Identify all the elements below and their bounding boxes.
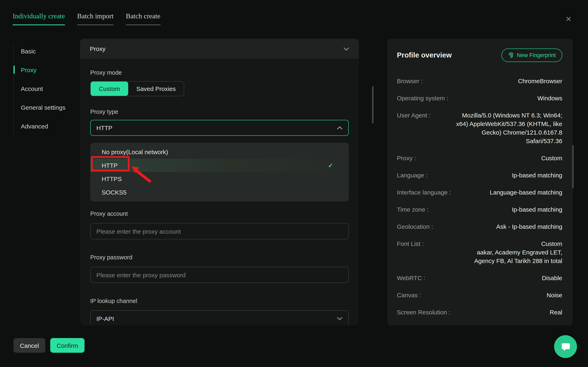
settings-sidebar: Basic Proxy Account General settings Adv…: [13, 42, 79, 135]
ip-lookup-channel-select[interactable]: IP-API: [90, 310, 349, 325]
overview-label: Geolocation :: [397, 222, 433, 231]
sidebar-item-advanced[interactable]: Advanced: [13, 117, 79, 135]
profile-overview-header: Profile overview New Fingerprint: [397, 49, 562, 62]
proxy-mode-saved-proxies-button[interactable]: Saved Proxies: [128, 82, 184, 96]
dropdown-option-http[interactable]: HTTP ✓: [90, 159, 349, 172]
proxy-mode-custom-button[interactable]: Custom: [91, 82, 128, 96]
overview-label: WebRTC :: [397, 274, 425, 282]
dropdown-option-http-label: HTTP: [102, 162, 118, 169]
new-fingerprint-button[interactable]: New Fingerprint: [501, 49, 562, 62]
proxy-account-label: Proxy account: [90, 210, 349, 217]
overview-label: Canvas :: [397, 291, 421, 299]
overview-value: Noise: [546, 291, 562, 299]
overview-value: Windows: [537, 94, 562, 102]
top-tabs: Individually create Batch import Batch c…: [13, 12, 160, 25]
overview-value: Language-based matching: [490, 188, 562, 197]
ip-lookup-channel-label: IP lookup channel: [90, 298, 349, 304]
close-icon[interactable]: ✕: [566, 16, 572, 23]
overview-label: Operating system :: [397, 94, 448, 102]
overview-row-canvas: Canvas : Noise: [397, 291, 562, 299]
proxy-section-title: Proxy: [90, 45, 105, 52]
dropdown-option-socks5[interactable]: SOCKS5: [90, 185, 349, 199]
overview-label: Font List :: [397, 239, 424, 248]
proxy-mode-label: Proxy mode: [90, 69, 349, 76]
overview-value: ChromeBrowser: [518, 77, 562, 85]
sidebar-item-proxy[interactable]: Proxy: [13, 60, 79, 79]
proxy-type-value: HTTP: [96, 124, 112, 131]
sidebar-item-account[interactable]: Account: [13, 79, 79, 98]
proxy-password-input[interactable]: [90, 267, 349, 283]
proxy-account-input[interactable]: [90, 223, 349, 239]
dropdown-option-no-proxy[interactable]: No proxy(Local network): [90, 145, 349, 159]
overview-value: Custom: [541, 154, 562, 162]
dropdown-option-https[interactable]: HTTPS: [90, 172, 349, 185]
proxy-mode-segmented-control: Custom Saved Proxies: [90, 81, 184, 96]
overview-value: Real: [550, 308, 562, 317]
overview-value: Ip-based matching: [512, 171, 562, 179]
proxy-section-header[interactable]: Proxy: [80, 39, 359, 59]
sidebar-item-general-settings[interactable]: General settings: [13, 98, 79, 117]
overview-scrollbar-thumb[interactable]: [572, 145, 574, 188]
overview-row-screen-resolution: Screen Resolution : Real: [397, 308, 562, 317]
overview-row-proxy: Proxy : Custom: [397, 154, 562, 162]
overview-row-operating-system: Operating system : Windows: [397, 94, 562, 102]
chevron-down-icon: [343, 47, 349, 50]
tab-batch-create[interactable]: Batch create: [126, 12, 160, 25]
overview-label: Screen Resolution :: [397, 308, 450, 317]
overview-label: Time zone :: [397, 205, 429, 214]
overview-label: Browser :: [397, 77, 423, 85]
create-profile-modal: Individually create Batch import Batch c…: [0, 0, 588, 367]
selected-check-icon: ✓: [328, 162, 333, 169]
overview-label: Language :: [397, 171, 428, 179]
proxy-card-body: Proxy mode Custom Saved Proxies Proxy ty…: [80, 69, 359, 325]
sidebar-item-basic[interactable]: Basic: [13, 42, 79, 60]
overview-value: Ask - Ip-based matching: [496, 222, 562, 231]
chat-bubble-icon: [560, 341, 571, 352]
profile-overview-panel: Profile overview New Fingerprint Browser…: [387, 39, 573, 325]
overview-value: Mozilla/5.0 (Windows NT 6.3; Win64; x64)…: [453, 111, 562, 145]
overview-font-list-detail: aakar, Academy Engraved LET, Agency FB, …: [458, 248, 562, 265]
tab-individually-create[interactable]: Individually create: [13, 12, 65, 25]
new-fingerprint-label: New Fingerprint: [517, 52, 556, 58]
proxy-type-dropdown: No proxy(Local network) HTTP ✓ HTTPS SOC…: [90, 143, 349, 201]
overview-value: Ip-based matching: [512, 205, 562, 214]
overview-row-user-agent: User Agent : Mozilla/5.0 (Windows NT 6.3…: [397, 111, 562, 145]
fingerprint-icon: [508, 52, 514, 58]
overview-label: Interface language :: [397, 188, 451, 197]
overview-row-geolocation: Geolocation : Ask - Ip-based matching: [397, 222, 562, 231]
proxy-type-label: Proxy type: [90, 108, 349, 115]
overview-value: Disable: [542, 274, 562, 282]
cancel-button[interactable]: Cancel: [13, 338, 45, 353]
tab-batch-import[interactable]: Batch import: [77, 12, 113, 25]
overview-row-webrtc: WebRTC : Disable: [397, 274, 562, 282]
overview-row-browser: Browser : ChromeBrowser: [397, 77, 562, 85]
proxy-type-select[interactable]: HTTP: [90, 120, 349, 136]
overview-label: Proxy :: [397, 154, 416, 162]
ip-lookup-channel-value: IP-API: [96, 315, 114, 322]
chevron-up-icon: [337, 126, 343, 129]
overview-row-language: Language : Ip-based matching: [397, 171, 562, 179]
proxy-settings-card: Proxy Proxy mode Custom Saved Proxies Pr…: [80, 39, 359, 325]
overview-row-time-zone: Time zone : Ip-based matching: [397, 205, 562, 214]
overview-row-font-list: Font List : Custom: [397, 239, 562, 248]
proxy-password-label: Proxy password: [90, 254, 349, 261]
overview-label: User Agent :: [397, 111, 431, 119]
overview-row-interface-language: Interface language : Language-based matc…: [397, 188, 562, 197]
overview-value: Custom: [541, 239, 562, 248]
chat-support-button[interactable]: [554, 335, 577, 358]
profile-overview-title: Profile overview: [397, 51, 452, 59]
main-scrollbar-thumb[interactable]: [372, 86, 374, 124]
confirm-button[interactable]: Confirm: [50, 338, 85, 353]
chevron-down-icon: [337, 317, 343, 320]
